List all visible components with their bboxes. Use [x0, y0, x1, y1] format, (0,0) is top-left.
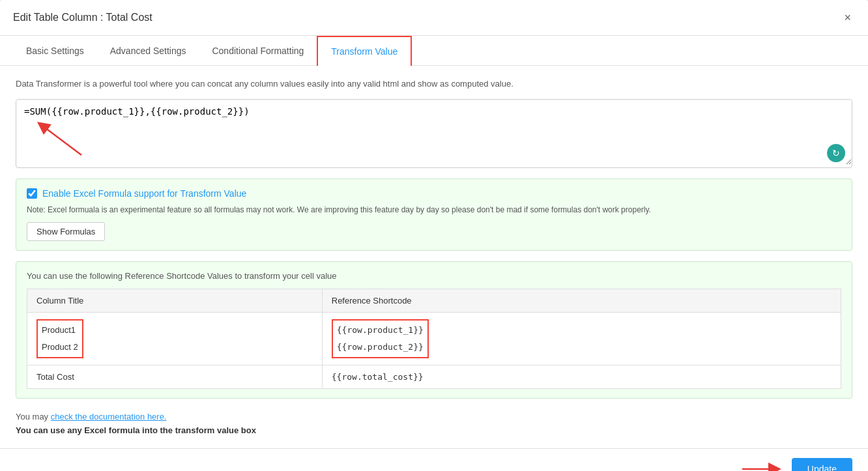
reference-table: Column Title Reference Shortcode Product…	[27, 289, 841, 389]
doc-link[interactable]: check the documentation here.	[51, 412, 167, 421]
excel-section: Enable Excel Formula support for Transfo…	[16, 178, 852, 251]
footer-arrow-wrapper	[742, 461, 781, 471]
excel-formula-checkbox[interactable]	[27, 188, 37, 199]
product1-label: Product1	[42, 325, 76, 335]
formula-input[interactable]	[16, 100, 852, 165]
tab-advanced-settings[interactable]: Advanced Settings	[97, 36, 199, 66]
modal-title: Edit Table Column : Total Cost	[13, 12, 152, 23]
doc-link-text: You may check the documentation here.	[16, 412, 852, 421]
doc-prefix: You may	[16, 412, 51, 421]
product1-cell: Product1 Product 2	[27, 313, 323, 365]
tab-basic-settings[interactable]: Basic Settings	[13, 36, 97, 66]
excel-label: Enable Excel Formula support for Transfo…	[42, 188, 246, 199]
excel-note-bold: You can use any Excel formula into the t…	[16, 425, 852, 435]
shortcode-group-box: {{row.product_1}} {{row.product_2}}	[332, 319, 429, 358]
shortcode1-label: {{row.product_1}}	[337, 325, 424, 335]
reference-section: You can use the following Reference Shor…	[16, 261, 852, 399]
product-group-box: Product1 Product 2	[36, 319, 83, 358]
column-title-header: Column Title	[27, 289, 323, 313]
modal-body: Data Transformer is a powerful tool wher…	[0, 66, 868, 448]
table-row: Product1 Product 2 {{row.product_1}} {{r…	[27, 313, 841, 365]
footer-info-section: You may check the documentation here. Yo…	[16, 412, 852, 435]
close-button[interactable]: ×	[840, 10, 855, 25]
shortcode-header: Reference Shortcode	[322, 289, 841, 313]
description-text: Data Transformer is a powerful tool wher…	[16, 79, 852, 89]
tab-transform-value[interactable]: Transform Value	[317, 36, 412, 66]
show-formulas-button[interactable]: Show Formulas	[27, 222, 105, 241]
shortcode1-cell: {{row.product_1}} {{row.product_2}}	[322, 313, 841, 365]
tabs-container: Basic Settings Advanced Settings Conditi…	[0, 36, 868, 66]
shortcode2-label: {{row.product_2}}	[337, 342, 424, 352]
modal-container: Edit Table Column : Total Cost × Basic S…	[0, 0, 868, 471]
product2-label: Product 2	[42, 342, 78, 352]
modal-footer: Update	[0, 448, 868, 471]
total-cost-title-cell: Total Cost	[27, 365, 323, 389]
table-header-row: Column Title Reference Shortcode	[27, 289, 841, 313]
update-button[interactable]: Update	[792, 458, 852, 471]
excel-header: Enable Excel Formula support for Transfo…	[27, 188, 841, 199]
update-arrow-icon	[742, 461, 781, 471]
excel-note: Note: Excel formuala is an experimental …	[27, 204, 841, 216]
refresh-icon[interactable]: ↻	[827, 144, 845, 162]
table-row-total: Total Cost {{row.total_cost}}	[27, 365, 841, 389]
reference-description: You can use the following Reference Shor…	[27, 271, 841, 281]
tab-conditional-formatting[interactable]: Conditional Formatting	[199, 36, 317, 66]
modal-header: Edit Table Column : Total Cost ×	[0, 0, 868, 36]
total-cost-shortcode-cell: {{row.total_cost}}	[322, 365, 841, 389]
formula-textarea-wrapper: ↻	[16, 99, 852, 168]
